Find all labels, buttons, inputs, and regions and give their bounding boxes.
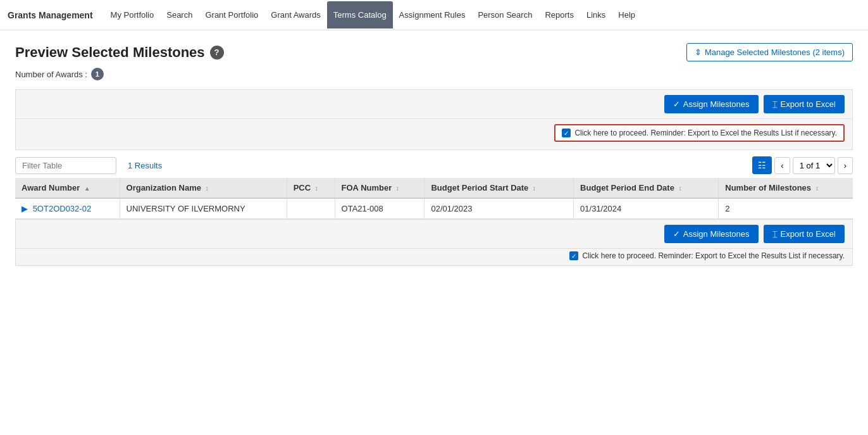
next-page-button[interactable]: › [838, 157, 853, 174]
manage-milestones-button[interactable]: ⇕ Manage Selected Milestones (2 items) [686, 43, 853, 61]
excel-icon-bottom: ⌶ [772, 229, 778, 239]
budget-end-text: 01/31/2024 [580, 204, 621, 213]
col-award-number[interactable]: Award Number ▲ [15, 178, 120, 198]
table-header: Award Number ▲ Organization Name ↕ PCC ↕… [15, 178, 853, 198]
page-selector[interactable]: 1 of 1 [793, 157, 835, 174]
pagination-area: ☷ ‹ 1 of 1 › [752, 156, 853, 174]
top-toolbar: ✓ Assign Milestones ⌶ Export to Excel [15, 89, 853, 119]
assign-btn-label-bottom: Assign Milestones [683, 229, 750, 239]
app-brand: Grants Management [8, 10, 93, 20]
assign-milestones-button-bottom[interactable]: ✓ Assign Milestones [664, 225, 759, 243]
col-num-milestones[interactable]: Number of Milestones ↕ [719, 178, 853, 198]
org-name-text: UNIVERSITY OF ILVERMORNY [127, 204, 245, 213]
col-budget-start[interactable]: Budget Period Start Date ↕ [425, 178, 574, 198]
top-reminder-wrapper: ✓ Click here to proceed. Reminder: Expor… [15, 119, 853, 150]
filter-results-row: 1 Results ☷ ‹ 1 of 1 › [15, 156, 853, 174]
nav-link-person-search[interactable]: Person Search [471, 1, 538, 28]
reminder-checkbox-icon-bottom[interactable]: ✓ [569, 251, 578, 260]
filter-left: 1 Results [15, 157, 162, 174]
col-budget-start-label: Budget Period Start Date [431, 183, 528, 192]
cell-budget-start: 02/01/2023 [425, 198, 574, 219]
sort-milestones-icon: ↕ [815, 185, 819, 192]
nav-link-links[interactable]: Links [580, 1, 612, 28]
cell-pcc [287, 198, 335, 219]
export-excel-button-top[interactable]: ⌶ Export to Excel [764, 95, 845, 113]
sort-pcc-icon: ↕ [315, 185, 318, 192]
checkmark-icon-bottom: ✓ [673, 229, 680, 239]
navigation-bar: Grants Management My PortfolioSearchGran… [0, 0, 868, 30]
col-budget-end-label: Budget Period End Date [580, 183, 674, 192]
col-budget-end[interactable]: Budget Period End Date ↕ [574, 178, 719, 198]
sort-org-name-icon: ↕ [206, 185, 209, 192]
sort-budget-end-icon: ↕ [679, 185, 682, 192]
col-org-name[interactable]: Organization Name ↕ [120, 178, 287, 198]
page-title-row: Preview Selected Milestones ? ⇕ Manage S… [15, 43, 853, 61]
reminder-checkbox-icon-top[interactable]: ✓ [562, 129, 571, 137]
row-expand-icon[interactable]: ▶ [22, 204, 28, 213]
bottom-reminder-wrapper: ✓ Click here to proceed. Reminder: Expor… [15, 249, 853, 266]
award-count-row: Number of Awards : 1 [15, 68, 853, 80]
excel-icon-top: ⌶ [772, 99, 778, 109]
award-number-link[interactable]: 5OT2OD032-02 [33, 204, 92, 213]
cell-num-milestones: 2 [719, 198, 853, 219]
col-foa-number-label: FOA Number [342, 183, 392, 192]
table-body: ▶ 5OT2OD032-02 UNIVERSITY OF ILVERMORNY … [15, 198, 853, 219]
export-excel-button-bottom[interactable]: ⌶ Export to Excel [764, 225, 845, 243]
table-row: ▶ 5OT2OD032-02 UNIVERSITY OF ILVERMORNY … [15, 198, 853, 219]
page-title-text: Preview Selected Milestones [15, 44, 205, 61]
nav-link-search[interactable]: Search [160, 1, 199, 28]
sort-award-number-icon: ▲ [84, 185, 90, 192]
assign-btn-label-top: Assign Milestones [683, 99, 750, 109]
nav-link-reports[interactable]: Reports [538, 1, 580, 28]
sort-foa-icon: ↕ [396, 185, 399, 192]
award-count-badge: 1 [91, 68, 104, 80]
manage-btn-label: Manage Selected Milestones (2 items) [705, 47, 845, 57]
export-btn-label-bottom: Export to Excel [781, 229, 836, 239]
col-award-number-label: Award Number [22, 183, 80, 192]
results-table: Award Number ▲ Organization Name ↕ PCC ↕… [15, 178, 853, 219]
main-content: Preview Selected Milestones ? ⇕ Manage S… [0, 30, 868, 279]
nav-link-my-portfolio[interactable]: My Portfolio [104, 1, 161, 28]
assign-milestones-button-top[interactable]: ✓ Assign Milestones [664, 95, 759, 113]
sort-budget-start-icon: ↕ [533, 185, 536, 192]
cell-budget-end: 01/31/2024 [574, 198, 719, 219]
reminder-text-bottom: Click here to proceed. Reminder: Export … [582, 251, 845, 260]
nav-link-terms-catalog[interactable]: Terms Catalog [327, 1, 393, 28]
budget-start-text: 02/01/2023 [431, 204, 472, 213]
header-row: Award Number ▲ Organization Name ↕ PCC ↕… [15, 178, 853, 198]
prev-page-button[interactable]: ‹ [774, 157, 790, 174]
page-title: Preview Selected Milestones ? [15, 44, 224, 61]
col-pcc[interactable]: PCC ↕ [287, 178, 335, 198]
nav-link-grant-portfolio[interactable]: Grant Portfolio [199, 1, 264, 28]
cell-foa-number: OTA21-008 [335, 198, 425, 219]
num-milestones-text: 2 [725, 204, 729, 213]
col-num-milestones-label: Number of Milestones [725, 183, 811, 192]
grid-view-button[interactable]: ☷ [752, 156, 772, 174]
filter-table-input[interactable] [15, 157, 116, 174]
col-pcc-label: PCC [294, 183, 311, 192]
checkmark-icon-top: ✓ [673, 99, 680, 109]
col-org-name-label: Organization Name [127, 183, 201, 192]
cell-award-number: ▶ 5OT2OD032-02 [15, 198, 120, 219]
cell-org-name: UNIVERSITY OF ILVERMORNY [120, 198, 287, 219]
top-reminder-box[interactable]: ✓ Click here to proceed. Reminder: Expor… [554, 124, 845, 142]
nav-links: My PortfolioSearchGrant PortfolioGrant A… [104, 1, 642, 28]
help-icon[interactable]: ? [210, 46, 224, 60]
col-foa-number[interactable]: FOA Number ↕ [335, 178, 425, 198]
bottom-toolbar: ✓ Assign Milestones ⌶ Export to Excel [15, 219, 853, 249]
export-btn-label-top: Export to Excel [781, 99, 836, 109]
nav-link-assignment-rules[interactable]: Assignment Rules [393, 1, 472, 28]
results-count: 1 Results [128, 161, 162, 170]
award-count-label: Number of Awards : [15, 70, 87, 79]
nav-link-help[interactable]: Help [612, 1, 642, 28]
foa-text: OTA21-008 [342, 204, 383, 213]
reminder-text-top: Click here to proceed. Reminder: Export … [574, 129, 837, 137]
nav-link-grant-awards[interactable]: Grant Awards [264, 1, 327, 28]
manage-icon: ⇕ [695, 47, 702, 57]
